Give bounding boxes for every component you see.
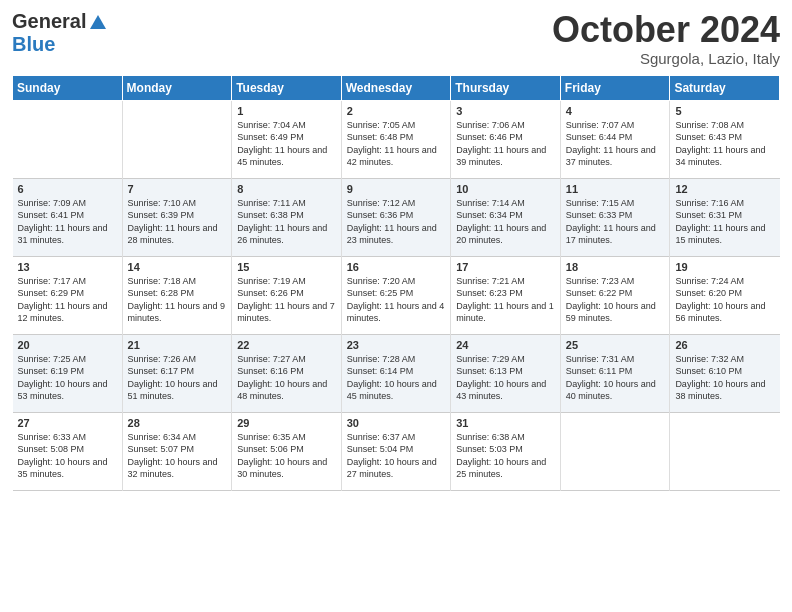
day-info: Sunrise: 6:33 AM Sunset: 5:08 PM Dayligh… [18,431,118,481]
day-info: Sunrise: 7:27 AM Sunset: 6:16 PM Dayligh… [237,353,337,403]
logo-triangle-icon [88,13,108,31]
day-info: Sunrise: 7:21 AM Sunset: 6:23 PM Dayligh… [456,275,556,325]
col-monday: Monday [122,75,232,100]
day-info: Sunrise: 7:26 AM Sunset: 6:17 PM Dayligh… [128,353,228,403]
day-number: 5 [675,105,775,117]
calendar-week-row: 27Sunrise: 6:33 AM Sunset: 5:08 PM Dayli… [13,412,780,490]
day-number: 23 [347,339,447,351]
calendar-week-row: 6Sunrise: 7:09 AM Sunset: 6:41 PM Daylig… [13,178,780,256]
calendar-week-row: 1Sunrise: 7:04 AM Sunset: 6:49 PM Daylig… [13,100,780,178]
day-info: Sunrise: 6:37 AM Sunset: 5:04 PM Dayligh… [347,431,447,481]
calendar-cell: 29Sunrise: 6:35 AM Sunset: 5:06 PM Dayli… [232,412,342,490]
day-number: 28 [128,417,228,429]
day-number: 20 [18,339,118,351]
calendar-body: 1Sunrise: 7:04 AM Sunset: 6:49 PM Daylig… [13,100,780,490]
day-info: Sunrise: 7:16 AM Sunset: 6:31 PM Dayligh… [675,197,775,247]
day-info: Sunrise: 7:12 AM Sunset: 6:36 PM Dayligh… [347,197,447,247]
day-info: Sunrise: 7:10 AM Sunset: 6:39 PM Dayligh… [128,197,228,247]
calendar-cell: 9Sunrise: 7:12 AM Sunset: 6:36 PM Daylig… [341,178,451,256]
day-number: 29 [237,417,337,429]
calendar-cell: 2Sunrise: 7:05 AM Sunset: 6:48 PM Daylig… [341,100,451,178]
calendar-cell [670,412,780,490]
day-number: 3 [456,105,556,117]
calendar-cell: 25Sunrise: 7:31 AM Sunset: 6:11 PM Dayli… [560,334,670,412]
day-info: Sunrise: 7:14 AM Sunset: 6:34 PM Dayligh… [456,197,556,247]
col-saturday: Saturday [670,75,780,100]
calendar-cell: 17Sunrise: 7:21 AM Sunset: 6:23 PM Dayli… [451,256,561,334]
calendar-cell: 30Sunrise: 6:37 AM Sunset: 5:04 PM Dayli… [341,412,451,490]
calendar-cell: 19Sunrise: 7:24 AM Sunset: 6:20 PM Dayli… [670,256,780,334]
day-info: Sunrise: 7:20 AM Sunset: 6:25 PM Dayligh… [347,275,447,325]
calendar-cell: 11Sunrise: 7:15 AM Sunset: 6:33 PM Dayli… [560,178,670,256]
day-info: Sunrise: 7:07 AM Sunset: 6:44 PM Dayligh… [566,119,666,169]
calendar-cell: 8Sunrise: 7:11 AM Sunset: 6:38 PM Daylig… [232,178,342,256]
calendar-cell: 12Sunrise: 7:16 AM Sunset: 6:31 PM Dayli… [670,178,780,256]
day-info: Sunrise: 6:35 AM Sunset: 5:06 PM Dayligh… [237,431,337,481]
day-number: 11 [566,183,666,195]
day-number: 24 [456,339,556,351]
day-info: Sunrise: 7:24 AM Sunset: 6:20 PM Dayligh… [675,275,775,325]
calendar-cell: 16Sunrise: 7:20 AM Sunset: 6:25 PM Dayli… [341,256,451,334]
day-info: Sunrise: 7:15 AM Sunset: 6:33 PM Dayligh… [566,197,666,247]
day-info: Sunrise: 7:18 AM Sunset: 6:28 PM Dayligh… [128,275,228,325]
logo-blue: Blue [12,33,55,55]
day-number: 8 [237,183,337,195]
day-info: Sunrise: 6:38 AM Sunset: 5:03 PM Dayligh… [456,431,556,481]
month-title: October 2024 [552,10,780,50]
day-info: Sunrise: 7:31 AM Sunset: 6:11 PM Dayligh… [566,353,666,403]
day-number: 15 [237,261,337,273]
header: General Blue October 2024 Sgurgola, Lazi… [12,10,780,67]
calendar-cell: 4Sunrise: 7:07 AM Sunset: 6:44 PM Daylig… [560,100,670,178]
calendar-cell: 20Sunrise: 7:25 AM Sunset: 6:19 PM Dayli… [13,334,123,412]
day-number: 18 [566,261,666,273]
day-number: 12 [675,183,775,195]
day-info: Sunrise: 7:32 AM Sunset: 6:10 PM Dayligh… [675,353,775,403]
day-info: Sunrise: 7:23 AM Sunset: 6:22 PM Dayligh… [566,275,666,325]
header-row: Sunday Monday Tuesday Wednesday Thursday… [13,75,780,100]
calendar-cell: 1Sunrise: 7:04 AM Sunset: 6:49 PM Daylig… [232,100,342,178]
col-thursday: Thursday [451,75,561,100]
calendar-cell: 26Sunrise: 7:32 AM Sunset: 6:10 PM Dayli… [670,334,780,412]
day-info: Sunrise: 7:19 AM Sunset: 6:26 PM Dayligh… [237,275,337,325]
calendar-cell: 23Sunrise: 7:28 AM Sunset: 6:14 PM Dayli… [341,334,451,412]
calendar-cell: 6Sunrise: 7:09 AM Sunset: 6:41 PM Daylig… [13,178,123,256]
day-number: 27 [18,417,118,429]
day-info: Sunrise: 7:08 AM Sunset: 6:43 PM Dayligh… [675,119,775,169]
day-number: 1 [237,105,337,117]
location: Sgurgola, Lazio, Italy [552,50,780,67]
day-number: 16 [347,261,447,273]
day-info: Sunrise: 7:06 AM Sunset: 6:46 PM Dayligh… [456,119,556,169]
calendar-cell [13,100,123,178]
day-info: Sunrise: 7:25 AM Sunset: 6:19 PM Dayligh… [18,353,118,403]
col-tuesday: Tuesday [232,75,342,100]
day-info: Sunrise: 7:04 AM Sunset: 6:49 PM Dayligh… [237,119,337,169]
col-sunday: Sunday [13,75,123,100]
calendar-cell: 13Sunrise: 7:17 AM Sunset: 6:29 PM Dayli… [13,256,123,334]
calendar-cell [560,412,670,490]
calendar-week-row: 13Sunrise: 7:17 AM Sunset: 6:29 PM Dayli… [13,256,780,334]
day-number: 6 [18,183,118,195]
day-number: 26 [675,339,775,351]
col-wednesday: Wednesday [341,75,451,100]
calendar-cell: 15Sunrise: 7:19 AM Sunset: 6:26 PM Dayli… [232,256,342,334]
day-number: 19 [675,261,775,273]
day-info: Sunrise: 7:17 AM Sunset: 6:29 PM Dayligh… [18,275,118,325]
day-info: Sunrise: 7:05 AM Sunset: 6:48 PM Dayligh… [347,119,447,169]
day-number: 21 [128,339,228,351]
calendar-cell: 3Sunrise: 7:06 AM Sunset: 6:46 PM Daylig… [451,100,561,178]
calendar-cell [122,100,232,178]
day-info: Sunrise: 7:29 AM Sunset: 6:13 PM Dayligh… [456,353,556,403]
page-container: General Blue October 2024 Sgurgola, Lazi… [0,0,792,499]
day-number: 2 [347,105,447,117]
day-number: 13 [18,261,118,273]
calendar-table: Sunday Monday Tuesday Wednesday Thursday… [12,75,780,491]
calendar-week-row: 20Sunrise: 7:25 AM Sunset: 6:19 PM Dayli… [13,334,780,412]
day-number: 14 [128,261,228,273]
calendar-cell: 24Sunrise: 7:29 AM Sunset: 6:13 PM Dayli… [451,334,561,412]
svg-marker-0 [90,15,106,29]
day-number: 22 [237,339,337,351]
calendar-cell: 28Sunrise: 6:34 AM Sunset: 5:07 PM Dayli… [122,412,232,490]
day-info: Sunrise: 7:11 AM Sunset: 6:38 PM Dayligh… [237,197,337,247]
calendar-cell: 5Sunrise: 7:08 AM Sunset: 6:43 PM Daylig… [670,100,780,178]
calendar-cell: 10Sunrise: 7:14 AM Sunset: 6:34 PM Dayli… [451,178,561,256]
